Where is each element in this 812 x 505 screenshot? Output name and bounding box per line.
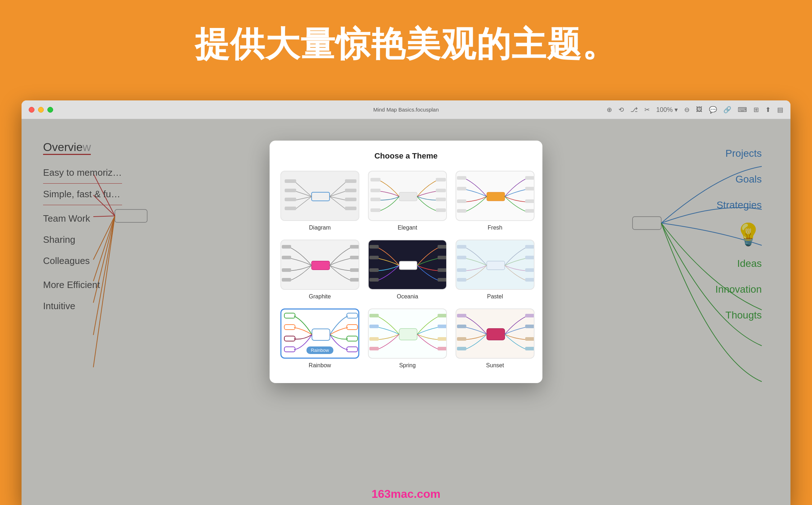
rainbow-selected-badge: Rainbow [307, 346, 333, 354]
svg-line-12 [295, 191, 312, 197]
svg-rect-98 [525, 347, 535, 350]
svg-rect-36 [487, 192, 505, 201]
svg-rect-56 [369, 256, 379, 259]
svg-rect-51 [350, 256, 359, 259]
theme-label-fresh: Fresh [488, 225, 503, 231]
elegant-preview-svg [369, 171, 447, 221]
svg-rect-71 [525, 278, 535, 282]
theme-preview-sunset[interactable] [456, 308, 535, 359]
svg-rect-93 [457, 337, 466, 341]
svg-rect-70 [525, 268, 535, 272]
sidebar-icon[interactable]: ▤ [777, 106, 783, 114]
theme-item-sunset: Sunset [456, 308, 535, 369]
svg-rect-88 [438, 337, 447, 341]
page-title: 提供大量惊艳美观的主题。 [0, 0, 812, 90]
link-icon[interactable]: ⟲ [619, 106, 624, 114]
zoom-out-icon[interactable]: ⊖ [684, 106, 690, 114]
theme-preview-graphite[interactable] [280, 240, 359, 290]
scissors-icon[interactable]: ✂ [644, 106, 650, 114]
svg-rect-53 [350, 278, 359, 282]
svg-rect-58 [369, 278, 379, 282]
theme-preview-oceania[interactable] [368, 240, 447, 290]
svg-rect-82 [369, 314, 379, 317]
share-icon[interactable]: ⬆ [765, 106, 771, 114]
theme-label-spring: Spring [399, 362, 416, 369]
svg-rect-85 [369, 347, 379, 350]
svg-rect-55 [369, 245, 379, 249]
spring-preview-svg [369, 309, 447, 359]
svg-rect-66 [457, 268, 466, 272]
svg-rect-22 [285, 207, 296, 210]
svg-rect-77 [347, 313, 358, 318]
svg-rect-38 [457, 187, 466, 190]
svg-rect-78 [347, 325, 358, 330]
theme-preview-rainbow[interactable]: Rainbow [280, 308, 359, 359]
svg-rect-96 [525, 325, 535, 328]
graphite-preview-svg [281, 240, 359, 290]
svg-rect-72 [312, 329, 330, 340]
svg-rect-57 [369, 268, 379, 272]
page-background: 提供大量惊艳美观的主题。 [0, 0, 812, 90]
svg-line-16 [330, 191, 346, 197]
svg-rect-90 [487, 329, 505, 340]
theme-item-diagram: Diagram [280, 171, 359, 231]
svg-rect-41 [525, 176, 535, 180]
theme-item-oceania: Oceania [368, 240, 447, 300]
image-icon[interactable]: 🖼 [696, 106, 703, 113]
window-title: Mind Map Basics.focusplan [373, 107, 439, 113]
svg-rect-67 [457, 278, 466, 282]
svg-rect-50 [350, 245, 359, 249]
svg-rect-69 [525, 256, 535, 259]
fullscreen-button[interactable] [47, 107, 53, 113]
theme-preview-elegant[interactable] [368, 171, 447, 221]
theme-preview-fresh[interactable] [456, 171, 535, 221]
svg-rect-45 [312, 261, 330, 270]
svg-rect-76 [284, 347, 295, 352]
watermark: 163mac.com [372, 487, 440, 501]
svg-rect-43 [525, 199, 535, 203]
modal-title: Choose a Theme [280, 151, 532, 161]
svg-line-11 [295, 182, 312, 197]
svg-line-15 [330, 182, 346, 197]
theme-item-elegant: Elegant [368, 171, 447, 231]
modal-overlay: Choose a Theme [22, 119, 790, 505]
titlebar: Mind Map Basics.focusplan ⊕ ⟲ ⎇ ✂ 100% ▾… [22, 100, 790, 119]
svg-rect-39 [457, 199, 466, 203]
theme-label-rainbow: Rainbow [309, 362, 331, 369]
svg-rect-64 [457, 245, 466, 249]
close-button[interactable] [29, 107, 34, 113]
svg-rect-20 [285, 189, 296, 192]
svg-rect-94 [457, 347, 466, 350]
zoom-label[interactable]: 100% ▾ [656, 106, 678, 114]
theme-preview-spring[interactable] [368, 308, 447, 359]
svg-rect-60 [438, 256, 447, 259]
svg-rect-24 [345, 189, 356, 192]
minimize-button[interactable] [38, 107, 44, 113]
svg-rect-42 [525, 187, 535, 190]
svg-rect-92 [457, 325, 466, 328]
svg-rect-37 [457, 176, 466, 180]
svg-rect-97 [525, 337, 535, 341]
grid-icon[interactable]: ⊞ [753, 106, 759, 114]
comment-icon[interactable]: 💬 [709, 106, 717, 114]
svg-rect-23 [345, 179, 356, 183]
hierarchy-icon[interactable]: ⎇ [630, 106, 638, 114]
svg-rect-31 [370, 208, 381, 212]
theme-label-oceania: Oceania [397, 293, 418, 300]
theme-item-rainbow: Rainbow Rainbow [280, 308, 359, 369]
svg-rect-52 [350, 268, 359, 272]
link2-icon[interactable]: 🔗 [723, 106, 731, 114]
traffic-lights [29, 107, 53, 113]
theme-preview-pastel[interactable] [456, 240, 535, 290]
theme-label-pastel: Pastel [487, 293, 503, 300]
theme-preview-diagram[interactable] [280, 171, 359, 221]
svg-rect-59 [438, 245, 447, 249]
svg-rect-40 [457, 209, 466, 213]
theme-item-graphite: Graphite [280, 240, 359, 300]
theme-item-spring: Spring [368, 308, 447, 369]
svg-rect-49 [282, 278, 291, 282]
theme-item-pastel: Pastel [456, 240, 535, 300]
keyboard-icon[interactable]: ⌨ [738, 106, 747, 114]
svg-rect-34 [436, 198, 446, 201]
add-node-icon[interactable]: ⊕ [607, 106, 612, 114]
